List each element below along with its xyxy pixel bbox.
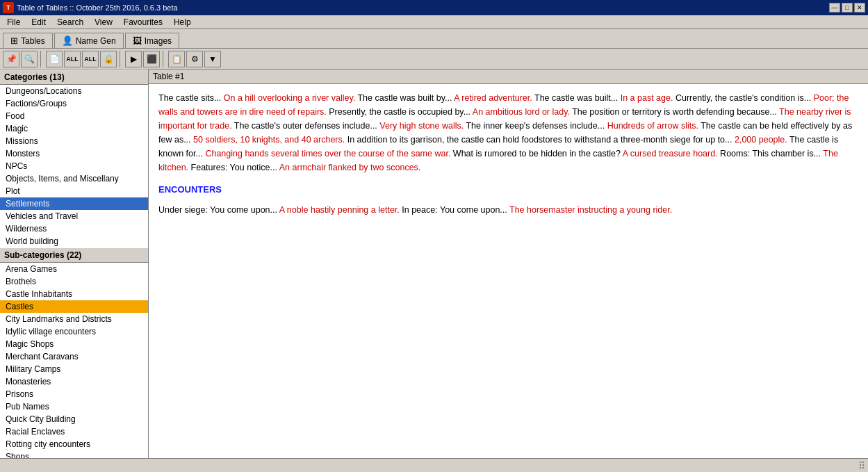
text-noble-letter: A noble hastily penning a letter. (279, 205, 400, 215)
menu-search[interactable]: Search (51, 16, 89, 29)
close-button[interactable]: ✕ (854, 3, 865, 13)
sub-brothels[interactable]: Brothels (0, 275, 148, 288)
app-icon: T (3, 2, 14, 13)
text-castle-built: The castle was built... (532, 93, 621, 103)
category-magic[interactable]: Magic (0, 122, 148, 135)
copy-button[interactable]: 📋 (168, 51, 185, 67)
text-hill-location: On a hill overlooking a river valley. (224, 93, 355, 103)
text-rooms: Rooms: This chamber is... (718, 149, 824, 158)
separator-1 (40, 51, 43, 67)
text-condition: Currently, the castle's condition is... (673, 93, 813, 103)
main-content: Categories (13) Dungeons/Locations Facti… (0, 70, 868, 458)
sub-shops[interactable]: Shops (0, 450, 148, 458)
toolbar-tabs: ⊞ Tables 👤 Name Gen 🖼 Images (0, 29, 868, 49)
category-factions[interactable]: Factions/Groups (0, 97, 148, 110)
menu-view[interactable]: View (89, 16, 118, 29)
sub-rotting-city[interactable]: Rotting city encounters (0, 438, 148, 450)
tab-images[interactable]: 🖼 Images (125, 33, 179, 48)
menu-edit[interactable]: Edit (26, 16, 51, 29)
tab-images-label: Images (145, 36, 172, 46)
sub-monasteries[interactable]: Monasteries (0, 375, 148, 388)
text-stone-walls: Very high stone walls. (379, 121, 464, 131)
text-built-by: The castle was built by... (355, 93, 454, 103)
sub-arena-games[interactable]: Arena Games (0, 263, 148, 275)
text-foodstores: In addition to its garrison, the castle … (345, 135, 735, 145)
all-button-1[interactable]: ALL (64, 51, 81, 67)
separator-2 (120, 51, 122, 67)
resize-grip: ⠿ (858, 460, 865, 471)
category-missions[interactable]: Missions (0, 135, 148, 147)
sub-pub-names[interactable]: Pub Names (0, 400, 148, 413)
category-settlements[interactable]: Settlements (0, 197, 148, 210)
text-cursed-hoard: A cursed treasure hoard. (623, 149, 718, 158)
settings-button[interactable]: ⚙ (186, 51, 203, 67)
category-objects[interactable]: Objects, Items, and Miscellany (0, 172, 148, 185)
sub-magic-shops[interactable]: Magic Shops (0, 338, 148, 350)
category-vehicles[interactable]: Vehicles and Travel (0, 210, 148, 222)
text-under-siege: Under siege: You come upon... (158, 205, 279, 215)
category-monsters[interactable]: Monsters (0, 147, 148, 160)
castle-description: The castle sits... On a hill overlooking… (158, 91, 858, 174)
table-label: Table #1 (149, 70, 868, 84)
pin-button[interactable]: 📌 (3, 51, 19, 67)
left-panel: Categories (13) Dungeons/Locations Facti… (0, 70, 149, 458)
sub-city-landmarks[interactable]: City Landmarks and Districts (0, 313, 148, 325)
text-arrow-slits: Hundreds of arrow slits. (607, 121, 698, 131)
subcategories-header: Sub-categories (22) (0, 247, 148, 263)
right-panel: Table #1 The castle sits... On a hill ov… (149, 70, 868, 458)
table-icon: ⊞ (10, 35, 18, 46)
text-rumored-hidden: What is rumored to be hidden in the cast… (450, 149, 622, 158)
text-outer-defenses: The castle's outer defenses include... (232, 121, 380, 131)
text-in-peace: In peace: You come upon... (400, 205, 509, 215)
category-plot[interactable]: Plot (0, 185, 148, 197)
menu-file[interactable]: File (1, 16, 26, 29)
window-title: Table of Tables :: October 25th 2016, 0.… (17, 3, 829, 12)
encounters-text: Under siege: You come upon... A noble ha… (158, 203, 858, 217)
menu-help[interactable]: Help (168, 16, 197, 29)
stop-button[interactable]: ⬛ (143, 51, 160, 67)
statusbar: ⠿ (0, 458, 868, 472)
separator-3 (163, 51, 165, 67)
category-dungeons[interactable]: Dungeons/Locations (0, 85, 148, 97)
sub-prisons[interactable]: Prisons (0, 388, 148, 400)
lock-button[interactable]: 🔒 (100, 51, 117, 67)
new-button[interactable]: 📄 (46, 51, 63, 67)
text-past-age: In a past age. (621, 93, 673, 103)
text-soldiers: 50 soldiers, 10 knights, and 40 archers. (193, 135, 345, 145)
sub-castles[interactable]: Castles (0, 300, 148, 313)
encounters-header: ENCOUNTERS (158, 183, 858, 197)
sub-military-camps[interactable]: Military Camps (0, 363, 148, 375)
sub-merchant-caravans[interactable]: Merchant Caravans (0, 350, 148, 363)
text-ambitious-lord: An ambitious lord or lady. (473, 107, 570, 117)
menubar: File Edit Search View Favourites Help (0, 15, 868, 29)
text-armchair: An armchair flanked by two sconces. (279, 163, 421, 172)
tab-tables[interactable]: ⊞ Tables (3, 33, 53, 48)
text-horsemaster: The horsemaster instructing a young ride… (509, 205, 672, 215)
category-worldbuilding[interactable]: World building (0, 235, 148, 247)
categories-header: Categories (13) (0, 70, 148, 85)
extra-button[interactable]: ▼ (204, 51, 221, 67)
category-food[interactable]: Food (0, 110, 148, 122)
text-retired-adventurer: A retired adventurer. (454, 93, 532, 103)
category-npcs[interactable]: NPCs (0, 160, 148, 172)
maximize-button[interactable]: □ (842, 3, 853, 13)
tab-namegen-label: Name Gen (76, 36, 116, 46)
minimize-button[interactable]: — (829, 3, 840, 13)
tab-namegen[interactable]: 👤 Name Gen (54, 33, 124, 48)
text-changing-hands: Changing hands several times over the co… (205, 149, 450, 158)
play-button[interactable]: ▶ (125, 51, 142, 67)
sub-quick-city[interactable]: Quick City Building (0, 413, 148, 425)
all-button-2[interactable]: ALL (82, 51, 99, 67)
sub-racial-enclaves[interactable]: Racial Enclaves (0, 425, 148, 438)
sub-idyllic[interactable]: Idyllic village encounters (0, 325, 148, 338)
window-controls: — □ ✕ (829, 3, 865, 13)
image-icon: 🖼 (133, 35, 142, 46)
category-wilderness[interactable]: Wilderness (0, 222, 148, 235)
sub-castle-inhabitants[interactable]: Castle Inhabitants (0, 288, 148, 300)
text-inner-defenses: The inner keep's defenses include... (464, 121, 607, 131)
menu-favourites[interactable]: Favourites (118, 16, 168, 29)
icon-toolbar: 📌 🔍 📄 ALL ALL 🔒 ▶ ⬛ 📋 ⚙ ▼ (0, 49, 868, 70)
person-icon: 👤 (62, 35, 73, 46)
search-button[interactable]: 🔍 (21, 51, 38, 67)
text-worth-defending: The position or territory is worth defen… (570, 107, 779, 117)
